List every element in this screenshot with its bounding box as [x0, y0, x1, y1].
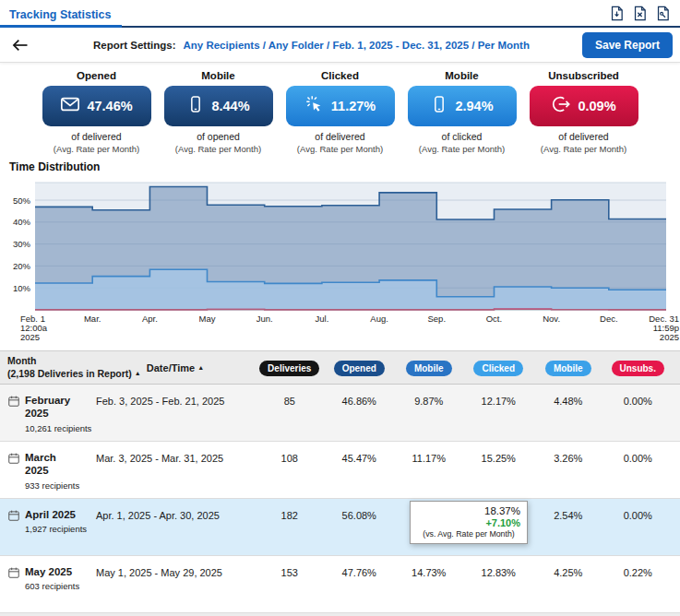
- link-separator: /: [260, 40, 268, 51]
- sign-out-icon: [551, 94, 571, 118]
- card-title: Opened: [42, 70, 151, 81]
- unsubs-value: 0.00%: [603, 499, 674, 555]
- clicked-value[interactable]: 15.25%: [464, 442, 534, 498]
- tooltip-note: (vs. Avg. Rate per Month): [417, 529, 520, 539]
- unsubscribed-card-button[interactable]: 0.09%: [530, 86, 638, 126]
- card-subtext-2: (Avg. Rate per Month): [530, 144, 638, 154]
- mobile-clicked-value: 2.54%: [533, 499, 603, 555]
- deliveries-value: 85: [255, 385, 325, 441]
- recipients-count: 1,927 recipients: [25, 524, 87, 534]
- settings-link[interactable]: Any Recipients: [184, 40, 260, 51]
- file-export-icon[interactable]: [609, 6, 625, 21]
- back-arrow-icon[interactable]: [0, 36, 41, 54]
- column-badge-unsubs[interactable]: Unsubs.: [612, 361, 664, 376]
- mobile-clicked-value: 3.26%: [533, 442, 603, 498]
- card-title: Unsubscribed: [530, 70, 638, 81]
- column-badge-clicked[interactable]: Clicked: [473, 361, 523, 376]
- tooltip-value: 18.37%: [417, 505, 520, 516]
- save-report-button[interactable]: Save Report: [582, 32, 673, 58]
- clicked-card-button[interactable]: 11.27%: [286, 86, 395, 126]
- report-settings-bar: Report Settings: Any Recipients / Any Fo…: [0, 28, 680, 63]
- card-subtext: of clicked: [408, 131, 517, 142]
- column-badge-mobile[interactable]: Mobile: [545, 361, 591, 376]
- card-value: 0.09%: [578, 99, 615, 113]
- sort-ascending-icon: ▲: [197, 364, 204, 371]
- summary-cards: Opened 47.46% of delivered (Avg. Rate pe…: [0, 63, 680, 158]
- export-icon-group: [600, 6, 680, 26]
- recipients-count: 10,261 recipients: [25, 423, 91, 433]
- file-excel-icon[interactable]: [632, 6, 648, 21]
- date-range: May 1, 2025 - May 29, 2025: [96, 556, 255, 612]
- card-subtext-2: (Avg. Rate per Month): [164, 144, 273, 154]
- datetime-column-header[interactable]: Date/Time ▲: [96, 362, 255, 373]
- card-value: 2.94%: [455, 99, 493, 113]
- smartphone-icon: [430, 95, 448, 117]
- calendar-icon: [7, 509, 20, 555]
- table-row[interactable]: April 20251,927 recipientsApr. 1, 2025 -…: [0, 499, 680, 556]
- opened-value: 46.86%: [325, 385, 395, 441]
- svg-text:2025: 2025: [20, 332, 40, 342]
- tab-tracking-statistics[interactable]: Tracking Statistics: [0, 2, 122, 28]
- badge-header-cell: Mobile: [533, 359, 603, 376]
- settings-link[interactable]: Per Month: [478, 40, 530, 51]
- month-label: April 2025: [25, 508, 82, 521]
- column-badge-opened[interactable]: Opened: [334, 361, 385, 376]
- svg-text:Aug.: Aug.: [370, 314, 388, 324]
- column-badge-mobile[interactable]: Mobile: [406, 361, 452, 376]
- column-badge-deliveries[interactable]: Deliveries: [259, 361, 319, 376]
- card-unsubscribed: Unsubscribed 0.09% of delivered (Avg. Ra…: [530, 70, 638, 154]
- table-header-row: Month (2,198 Deliveries in Report) ▲ Dat…: [0, 351, 680, 385]
- calendar-icon: [7, 566, 20, 612]
- card-value: 11.27%: [331, 99, 376, 113]
- recipients-count: 603 recipients: [25, 581, 79, 591]
- card-value: 8.44%: [211, 99, 249, 113]
- table-row[interactable]: February 202510,261 recipientsFeb. 3, 20…: [0, 385, 680, 442]
- card-mobile-clicked: Mobile 2.94% of clicked (Avg. Rate per M…: [408, 70, 517, 154]
- svg-text:2025: 2025: [660, 332, 679, 342]
- month-label: May 2025: [25, 565, 79, 578]
- mobile-opened-value: 11.17%: [394, 442, 464, 498]
- svg-text:10%: 10%: [13, 283, 31, 293]
- month-column-header[interactable]: Month (2,198 Deliveries in Report) ▲: [7, 355, 96, 380]
- card-clicked: Clicked 11.27% of delivered (Avg. Rate p…: [286, 70, 395, 154]
- svg-text:30%: 30%: [13, 239, 31, 249]
- badge-header-cell: Mobile: [394, 359, 464, 376]
- card-subtext: of delivered: [286, 131, 395, 142]
- link-separator: /: [469, 40, 478, 51]
- table-row[interactable]: May 2025603 recipientsMay 1, 2025 - May …: [0, 556, 680, 613]
- mobile-clicked-value: 4.25%: [533, 556, 603, 612]
- card-title: Mobile: [408, 70, 517, 81]
- calendar-icon: [7, 395, 20, 441]
- time-distribution-chart[interactable]: 10%20%30%40%50%Feb. 112:00a2025Mar.Apr.M…: [0, 175, 680, 349]
- month-label: February 2025: [25, 394, 82, 421]
- clicked-value[interactable]: 12.83%: [464, 556, 534, 612]
- time-distribution-title: Time Distribution: [0, 160, 680, 173]
- card-subtext: of opened: [164, 131, 273, 142]
- envelope-icon: [60, 94, 80, 118]
- svg-text:Mar.: Mar.: [84, 314, 101, 324]
- opened-value: 47.76%: [325, 556, 395, 612]
- clicked-value[interactable]: 18.37%+7.10%(vs. Avg. Rate per Month): [464, 499, 534, 555]
- card-opened: Opened 47.46% of delivered (Avg. Rate pe…: [42, 70, 151, 154]
- cursor-click-icon: [304, 94, 325, 118]
- month-cell: February 202510,261 recipients: [7, 385, 96, 441]
- date-range: Mar. 3, 2025 - Mar. 31, 2025: [96, 442, 255, 498]
- file-tools-icon[interactable]: [655, 6, 671, 21]
- mobile-clicked-value: 4.48%: [533, 385, 603, 441]
- deliveries-value: 108: [255, 442, 325, 498]
- clicked-value[interactable]: 12.17%: [464, 385, 534, 441]
- opened-card-button[interactable]: 47.46%: [42, 86, 151, 126]
- opened-value: 56.08%: [325, 499, 395, 555]
- tooltip-delta: +7.10%: [417, 517, 520, 528]
- mobile-opened-card-button[interactable]: 8.44%: [164, 86, 273, 126]
- table-row[interactable]: March 2025933 recipientsMar. 3, 2025 - M…: [0, 442, 680, 499]
- svg-text:20%: 20%: [13, 261, 31, 271]
- settings-link[interactable]: Feb. 1, 2025 - Dec. 31, 2025: [332, 40, 469, 51]
- card-subtext-2: (Avg. Rate per Month): [286, 144, 395, 154]
- mobile-opened-value: 9.87%: [394, 385, 464, 441]
- monthly-stats-table: Month (2,198 Deliveries in Report) ▲ Dat…: [0, 350, 680, 616]
- svg-text:Nov.: Nov.: [543, 314, 560, 324]
- settings-link[interactable]: Any Folder: [268, 40, 324, 51]
- link-separator: /: [324, 40, 333, 51]
- mobile-clicked-card-button[interactable]: 2.94%: [408, 86, 517, 126]
